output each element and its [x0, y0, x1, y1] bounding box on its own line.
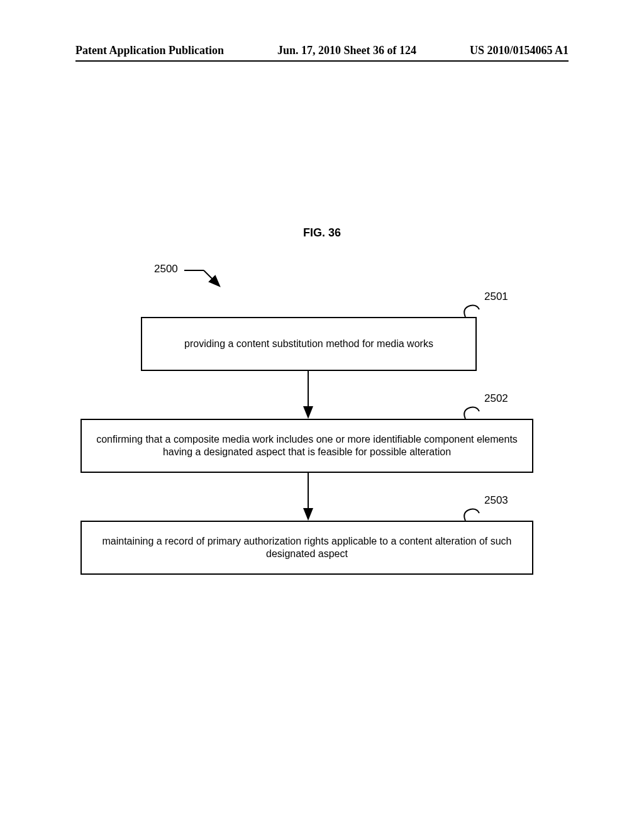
flow-box-2503: maintaining a record of primary authoriz… [80, 521, 533, 575]
page: Patent Application Publication Jun. 17, … [0, 0, 644, 830]
figure-title: FIG. 36 [0, 226, 644, 240]
flow-box-text: providing a content substitution method … [184, 338, 433, 350]
header-center: Jun. 17, 2010 Sheet 36 of 124 [277, 44, 416, 57]
ref-connector-2502 [464, 407, 479, 419]
box-ref-2502: 2502 [484, 392, 508, 405]
flow-box-2501: providing a content substitution method … [141, 317, 477, 371]
svg-line-1 [204, 270, 219, 285]
ref-connector-2503 [464, 509, 479, 521]
page-header: Patent Application Publication Jun. 17, … [75, 44, 569, 57]
flow-box-2502: confirming that a composite media work i… [80, 419, 533, 473]
header-left: Patent Application Publication [75, 44, 224, 57]
figure-main-ref: 2500 [154, 263, 178, 275]
header-right: US 2010/0154065 A1 [470, 44, 569, 57]
flow-box-text: maintaining a record of primary authoriz… [89, 535, 525, 560]
flow-box-text: confirming that a composite media work i… [89, 433, 525, 458]
box-ref-2501: 2501 [484, 290, 508, 303]
header-rule [75, 60, 569, 62]
box-ref-2503: 2503 [484, 494, 508, 507]
pointer-arrow-2500 [184, 270, 219, 285]
diagram-connectors [0, 0, 644, 830]
ref-connector-2501 [464, 306, 479, 317]
